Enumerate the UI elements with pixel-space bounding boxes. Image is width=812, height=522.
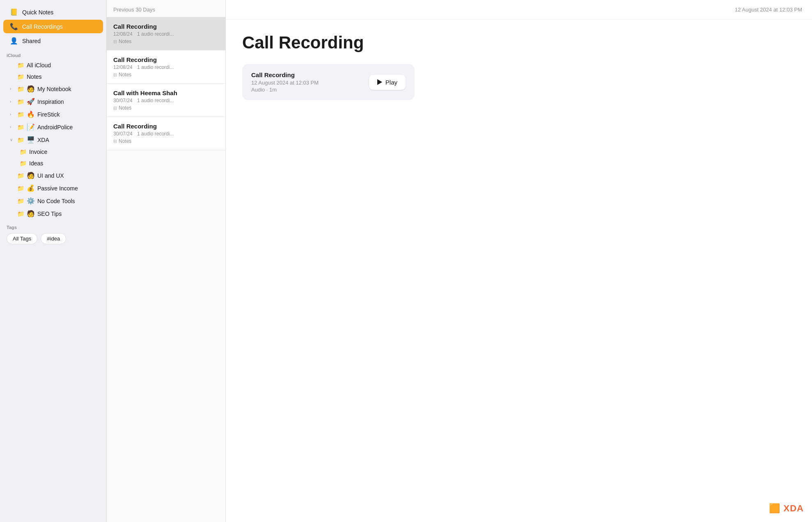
note-folder-name: Notes	[119, 105, 131, 111]
chevron-icon: ›	[10, 125, 15, 129]
chevron-icon: ›	[10, 87, 15, 91]
ideas-label: Ideas	[29, 160, 43, 167]
sidebar-item-shared[interactable]: 👤 Shared	[3, 34, 103, 48]
invoice-label: Invoice	[29, 149, 47, 155]
folder-icon: 📁	[17, 98, 24, 105]
sidebar-item-quick-notes[interactable]: 📒 Quick Notes	[3, 5, 103, 19]
note-date: 30/07/24	[113, 131, 133, 137]
folder-icon: 📁	[17, 172, 24, 179]
note-folder-name: Notes	[119, 138, 131, 144]
sidebar-item-call-recordings[interactable]: 📞 Call Recordings	[3, 20, 103, 33]
note-snippet: 1 audio recordi...	[137, 98, 174, 103]
note-item[interactable]: Call Recording 12/08/24 1 audio recordi.…	[107, 17, 225, 50]
sidebar-item-inspiration[interactable]: › 📁 🚀 Inspiration	[3, 96, 103, 108]
folder-icon: 📁	[17, 137, 24, 143]
folder-icon: 📁	[17, 124, 24, 130]
folder-icon: ⊟	[113, 105, 117, 111]
datetime-label: 12 August 2024 at 12:03 PM	[735, 7, 802, 13]
tags-section: Tags All Tags #idea	[0, 220, 106, 249]
note-folder-name: Notes	[119, 72, 131, 78]
inspiration-label: Inspiration	[37, 98, 64, 105]
call-recordings-label: Call Recordings	[22, 23, 63, 30]
sidebar-item-seo-tips[interactable]: 📁 🧑 SEO Tips	[3, 208, 103, 220]
folder-icon: 📁	[17, 111, 24, 118]
sidebar-item-xda[interactable]: ∨ 📁 🖥️ XDA	[3, 134, 103, 146]
emoji-icon: 🔥	[27, 110, 35, 118]
note-title: Call with Heema Shah	[113, 89, 219, 96]
page-title: Call Recording	[242, 33, 796, 53]
chevron-icon: ›	[10, 112, 15, 117]
note-title: Call Recording	[113, 123, 219, 130]
xda-watermark: 🟧 XDA	[769, 503, 804, 514]
quick-notes-label: Quick Notes	[22, 9, 53, 16]
shared-label: Shared	[22, 38, 41, 44]
audio-type: Audio · 1m	[251, 87, 319, 93]
sidebar-item-androidpolice[interactable]: › 📁 📝 AndroidPolice	[3, 121, 103, 133]
note-folder: ⊟ Notes	[113, 105, 219, 111]
call-recordings-icon: 📞	[10, 23, 18, 30]
note-date: 12/08/24	[113, 64, 133, 70]
folder-icon: ⊟	[113, 39, 117, 44]
sidebar-item-firestick[interactable]: › 📁 🔥 FireStick	[3, 108, 103, 120]
ui-and-ux-label: UI and UX	[37, 172, 64, 179]
note-item[interactable]: Call Recording 30/07/24 1 audio recordi.…	[107, 117, 225, 150]
note-folder: ⊟ Notes	[113, 72, 219, 78]
note-item[interactable]: Call Recording 12/08/24 1 audio recordi.…	[107, 50, 225, 84]
folder-icon: ⊟	[113, 139, 117, 144]
note-meta: 30/07/24 1 audio recordi...	[113, 98, 219, 103]
emoji-icon: 💰	[27, 184, 35, 192]
no-code-tools-label: No Code Tools	[37, 198, 75, 204]
sidebar-item-invoice[interactable]: 📁 Invoice	[3, 147, 103, 157]
xda-icon: 🟧	[769, 503, 780, 513]
chevron-down-icon: ∨	[10, 137, 15, 142]
note-title: Call Recording	[113, 23, 219, 30]
folder-icon: 📁	[17, 86, 24, 92]
emoji-icon: ⚙️	[27, 197, 35, 205]
note-title: Call Recording	[113, 56, 219, 63]
note-meta: 30/07/24 1 audio recordi...	[113, 131, 219, 137]
emoji-icon: 🖥️	[27, 136, 35, 144]
emoji-icon: 🧑	[27, 210, 35, 218]
folder-icon: 📁	[17, 198, 24, 204]
emoji-icon: 📝	[27, 123, 35, 131]
note-item[interactable]: Call with Heema Shah 30/07/24 1 audio re…	[107, 84, 225, 117]
main-header: 12 August 2024 at 12:03 PM	[226, 0, 812, 20]
note-meta: 12/08/24 1 audio recordi...	[113, 31, 219, 37]
idea-tag-pill[interactable]: #idea	[41, 233, 66, 244]
note-snippet: 1 audio recordi...	[137, 31, 174, 37]
audio-date: 12 August 2024 at 12:03 PM	[251, 80, 319, 86]
note-meta: 12/08/24 1 audio recordi...	[113, 64, 219, 70]
note-snippet: 1 audio recordi...	[137, 64, 174, 70]
note-folder-name: Notes	[119, 39, 131, 44]
middle-panel: Previous 30 Days Call Recording 12/08/24…	[107, 0, 226, 522]
sidebar-item-ideas[interactable]: 📁 Ideas	[3, 158, 103, 169]
folder-icon: 📁	[20, 160, 27, 167]
note-folder: ⊟ Notes	[113, 138, 219, 144]
icloud-section-label: iCloud	[0, 48, 106, 60]
folder-icon: ⊟	[113, 72, 117, 78]
all-tags-pill[interactable]: All Tags	[7, 233, 37, 244]
sidebar-item-ui-and-ux[interactable]: 📁 🧑 UI and UX	[3, 169, 103, 181]
note-folder: ⊟ Notes	[113, 39, 219, 44]
all-icloud-label: All iCloud	[27, 62, 51, 69]
my-notebook-label: My Notebook	[37, 86, 71, 92]
sidebar-item-all-icloud[interactable]: 📁 All iCloud	[3, 60, 103, 71]
audio-info: Call Recording 12 August 2024 at 12:03 P…	[251, 71, 319, 93]
audio-title: Call Recording	[251, 71, 319, 78]
play-button[interactable]: Play	[369, 75, 406, 90]
folder-icon: 📁	[20, 149, 27, 155]
sidebar-item-notes[interactable]: 📁 Notes	[3, 71, 103, 82]
folder-icon: 📁	[17, 62, 24, 69]
note-date: 12/08/24	[113, 31, 133, 37]
shared-icon: 👤	[10, 37, 18, 45]
sidebar: 📒 Quick Notes 📞 Call Recordings 👤 Shared…	[0, 0, 107, 522]
notes-label: Notes	[27, 73, 42, 80]
quick-notes-icon: 📒	[10, 8, 18, 16]
tags-row: All Tags #idea	[7, 233, 100, 244]
emoji-icon: 🧑	[27, 85, 35, 93]
play-label: Play	[385, 79, 397, 86]
sidebar-item-passive-income[interactable]: 📁 💰 Passive Income	[3, 182, 103, 194]
folder-icon: 📁	[17, 73, 24, 80]
sidebar-item-no-code-tools[interactable]: 📁 ⚙️ No Code Tools	[3, 195, 103, 207]
sidebar-item-my-notebook[interactable]: › 📁 🧑 My Notebook	[3, 83, 103, 95]
